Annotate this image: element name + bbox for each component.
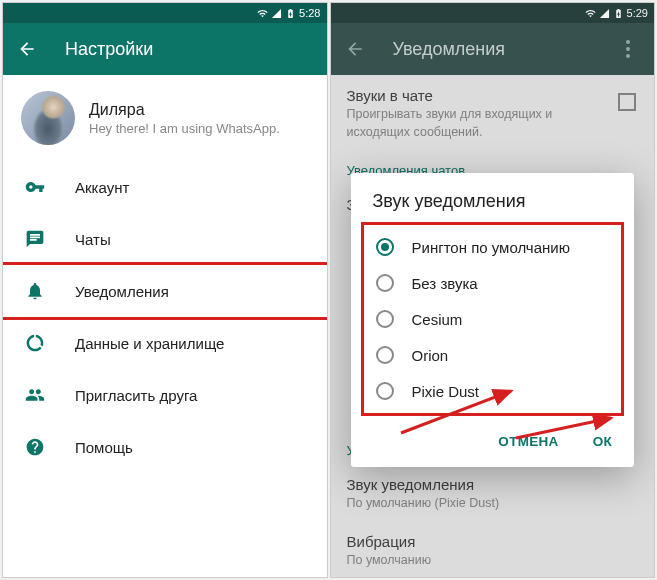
pref-subtitle: Проигрывать звуки для входящих и исходящ…: [347, 106, 619, 141]
right-phone: 5:29 Уведомления Звуки в чате Проигрыват…: [330, 2, 656, 578]
sound-picker-dialog: Звук уведомления Рингтон по умолчанию Бе…: [351, 173, 635, 467]
pref-vibration[interactable]: Вибрация По умолчанию: [331, 521, 655, 578]
appbar-title: Настройки: [65, 39, 313, 60]
avatar: [21, 91, 75, 145]
back-button[interactable]: [345, 37, 369, 61]
settings-label: Помощь: [75, 439, 133, 456]
profile-name: Диляра: [89, 101, 280, 119]
settings-label: Пригласить друга: [75, 387, 197, 404]
overflow-menu[interactable]: [616, 37, 640, 61]
status-time: 5:29: [627, 7, 648, 19]
chat-icon: [23, 227, 47, 251]
settings-item-help[interactable]: Помощь: [3, 421, 327, 473]
wifi-icon: [585, 8, 596, 19]
pref-group-sound[interactable]: Звук уведомления По умолчанию (Pixie Dus…: [331, 464, 655, 521]
settings-label: Данные и хранилище: [75, 335, 224, 352]
people-icon: [23, 383, 47, 407]
radio-option-none[interactable]: Без звука: [364, 265, 622, 301]
app-bar-notifications: Уведомления: [331, 23, 655, 75]
radio-icon: [376, 238, 394, 256]
back-button[interactable]: [17, 37, 41, 61]
radio-option-cesium[interactable]: Cesium: [364, 301, 622, 337]
profile-status: Hey there! I am using WhatsApp.: [89, 121, 280, 136]
ok-button[interactable]: ОК: [585, 428, 620, 455]
cancel-button[interactable]: ОТМЕНА: [490, 428, 566, 455]
radio-label: Без звука: [412, 275, 478, 292]
radio-label: Orion: [412, 347, 449, 364]
status-time: 5:28: [299, 7, 320, 19]
dialog-actions: ОТМЕНА ОК: [351, 416, 635, 467]
status-bar-left: 5:28: [3, 3, 327, 23]
profile-cell[interactable]: Диляра Hey there! I am using WhatsApp.: [3, 75, 327, 161]
pref-subtitle: По умолчанию (Pixie Dust): [347, 495, 639, 513]
app-bar-settings: Настройки: [3, 23, 327, 75]
signal-icon: [271, 8, 282, 19]
settings-item-notifications[interactable]: Уведомления: [2, 262, 328, 320]
key-icon: [23, 175, 47, 199]
data-usage-icon: [23, 331, 47, 355]
dialog-option-list: Рингтон по умолчанию Без звука Cesium Or…: [361, 222, 625, 416]
pref-title: Звуки в чате: [347, 87, 619, 104]
radio-icon: [376, 310, 394, 328]
appbar-title: Уведомления: [393, 39, 617, 60]
battery-icon: [613, 8, 624, 19]
pref-title: Звук уведомления: [347, 476, 639, 493]
checkbox[interactable]: [618, 93, 636, 111]
pref-subtitle: По умолчанию: [347, 552, 639, 570]
pref-title: Вибрация: [347, 533, 639, 550]
settings-item-account[interactable]: Аккаунт: [3, 161, 327, 213]
signal-icon: [599, 8, 610, 19]
dialog-title: Звук уведомления: [351, 191, 635, 222]
radio-label: Рингтон по умолчанию: [412, 239, 570, 256]
arrow-back-icon: [17, 39, 37, 59]
radio-option-orion[interactable]: Orion: [364, 337, 622, 373]
settings-label: Аккаунт: [75, 179, 129, 196]
radio-icon: [376, 274, 394, 292]
status-bar-right: 5:29: [331, 3, 655, 23]
battery-icon: [285, 8, 296, 19]
radio-option-pixie[interactable]: Pixie Dust: [364, 373, 622, 409]
bell-icon: [23, 279, 47, 303]
radio-label: Pixie Dust: [412, 383, 480, 400]
settings-item-invite[interactable]: Пригласить друга: [3, 369, 327, 421]
settings-item-chats[interactable]: Чаты: [3, 213, 327, 265]
wifi-icon: [257, 8, 268, 19]
settings-item-data[interactable]: Данные и хранилище: [3, 317, 327, 369]
pref-sounds-in-chat[interactable]: Звуки в чате Проигрывать звуки для входя…: [331, 75, 655, 149]
radio-icon: [376, 346, 394, 364]
radio-option-default[interactable]: Рингтон по умолчанию: [364, 229, 622, 265]
radio-icon: [376, 382, 394, 400]
settings-label: Уведомления: [75, 283, 169, 300]
arrow-back-icon: [345, 39, 365, 59]
radio-label: Cesium: [412, 311, 463, 328]
help-icon: [23, 435, 47, 459]
more-vert-icon: [626, 40, 630, 58]
left-phone: 5:28 Настройки Диляра Hey there! I am us…: [2, 2, 328, 578]
settings-label: Чаты: [75, 231, 111, 248]
